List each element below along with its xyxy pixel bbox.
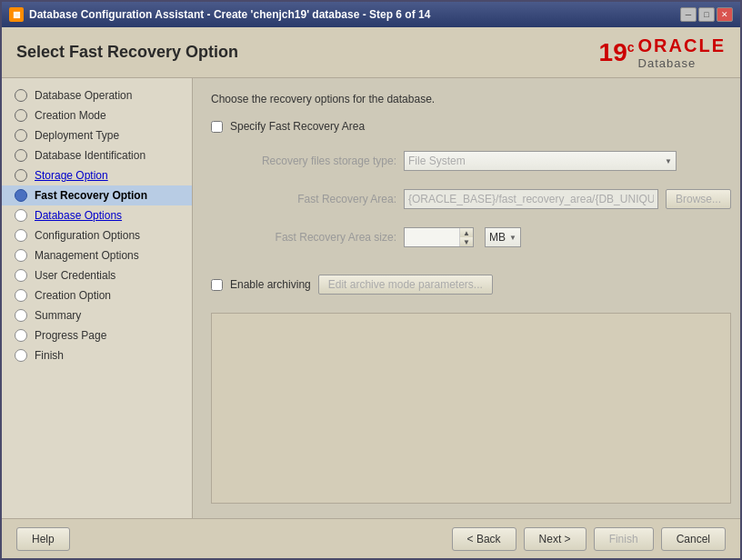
- unit-dropdown[interactable]: MB ▼: [485, 227, 521, 247]
- sidebar-label-database-operation: Database Operation: [35, 89, 132, 102]
- step-indicator-12: [15, 309, 27, 322]
- spinbox-down-button[interactable]: ▼: [460, 237, 473, 246]
- sidebar-item-configuration-options: Configuration Options: [2, 225, 192, 245]
- oracle-logo: 19c ORACLE Database: [599, 35, 726, 70]
- sidebar-label-creation-mode: Creation Mode: [35, 109, 106, 122]
- main-window: ▦ Database Configuration Assistant - Cre…: [0, 0, 742, 560]
- sidebar-item-user-credentials: User Credentials: [2, 265, 192, 285]
- sidebar-label-management-options: Management Options: [35, 249, 139, 262]
- step-indicator-13: [15, 329, 27, 342]
- recovery-files-label: Recovery files storage type:: [233, 155, 396, 167]
- recovery-area-label: Fast Recovery Area:: [233, 193, 396, 205]
- sidebar-item-storage-option[interactable]: Storage Option: [2, 165, 192, 185]
- sidebar-item-database-identification: Database Identification: [2, 145, 192, 165]
- step-indicator-4: [15, 149, 27, 162]
- title-bar: ▦ Database Configuration Assistant - Cre…: [2, 2, 740, 27]
- sidebar-item-database-operation: Database Operation: [2, 85, 192, 105]
- step-indicator-2: [15, 109, 27, 122]
- step-indicator-8: [15, 229, 27, 242]
- sidebar-item-progress-page: Progress Page: [2, 325, 192, 345]
- sidebar-label-finish: Finish: [35, 349, 64, 362]
- sidebar-label-deployment-type: Deployment Type: [35, 129, 119, 142]
- recovery-files-group: Recovery files storage type: File System…: [233, 151, 731, 171]
- sidebar-label-progress-page: Progress Page: [35, 329, 106, 342]
- sidebar-label-storage-option: Storage Option: [35, 169, 108, 182]
- sidebar-item-management-options: Management Options: [2, 245, 192, 265]
- sidebar-item-deployment-type: Deployment Type: [2, 125, 192, 145]
- title-bar-left: ▦ Database Configuration Assistant - Cre…: [9, 7, 430, 22]
- step-indicator-3: [15, 129, 27, 142]
- sidebar-label-database-options: Database Options: [35, 209, 122, 222]
- cancel-button[interactable]: Cancel: [661, 527, 726, 551]
- step-indicator-7: [15, 209, 27, 222]
- sidebar-item-fast-recovery-option: Fast Recovery Option: [2, 185, 192, 205]
- main-content: Database Operation Creation Mode Deploym…: [2, 78, 740, 518]
- maximize-button[interactable]: □: [698, 7, 715, 22]
- sidebar-label-user-credentials: User Credentials: [35, 269, 115, 282]
- window-title: Database Configuration Assistant - Creat…: [29, 8, 430, 21]
- edit-archive-button[interactable]: Edit archive mode parameters...: [318, 275, 493, 295]
- title-bar-controls: ─ □ ✕: [680, 7, 733, 22]
- help-button[interactable]: Help: [16, 527, 70, 551]
- minimize-button[interactable]: ─: [680, 7, 697, 22]
- step-indicator-11: [15, 289, 27, 302]
- spinbox-buttons: ▲ ▼: [459, 228, 473, 246]
- step-indicator-14: [15, 349, 27, 362]
- sidebar-item-creation-mode: Creation Mode: [2, 105, 192, 125]
- step-indicator-5: [15, 169, 27, 182]
- recovery-size-label: Fast Recovery Area size:: [233, 231, 396, 244]
- app-icon: ▦: [9, 7, 24, 22]
- sidebar-label-database-identification: Database Identification: [35, 149, 145, 162]
- recovery-area-input[interactable]: [404, 189, 658, 209]
- content-panel: Choose the recovery options for the data…: [193, 78, 740, 518]
- sidebar: Database Operation Creation Mode Deploym…: [2, 78, 193, 518]
- sidebar-label-creation-option: Creation Option: [35, 289, 111, 302]
- recovery-files-value: File System: [408, 155, 466, 167]
- oracle-db: Database: [638, 56, 697, 70]
- spinbox-up-button[interactable]: ▲: [460, 228, 473, 237]
- header: Select Fast Recovery Option 19c ORACLE D…: [2, 27, 740, 78]
- enable-archiving-label[interactable]: Enable archiving: [230, 278, 311, 291]
- info-area: [211, 313, 731, 504]
- sidebar-item-summary: Summary: [2, 305, 192, 325]
- close-button[interactable]: ✕: [717, 7, 733, 22]
- unit-value: MB: [489, 231, 506, 244]
- step-indicator-6: [15, 189, 27, 202]
- oracle-version: 19c: [599, 38, 635, 67]
- step-indicator-1: [15, 89, 27, 102]
- footer-left: Help: [16, 527, 70, 551]
- sidebar-label-fast-recovery-option: Fast Recovery Option: [35, 189, 147, 202]
- recovery-size-group: Fast Recovery Area size: 12732 ▲ ▼ MB ▼: [233, 227, 731, 247]
- step-indicator-9: [15, 249, 27, 262]
- step-indicator-10: [15, 269, 27, 282]
- content-description: Choose the recovery options for the data…: [211, 93, 731, 105]
- specify-recovery-label[interactable]: Specify Fast Recovery Area: [230, 120, 365, 133]
- enable-archiving-checkbox[interactable]: [211, 279, 223, 291]
- footer: Help < Back Next > Finish Cancel: [2, 518, 740, 558]
- specify-recovery-row: Specify Fast Recovery Area: [211, 120, 731, 133]
- unit-dropdown-arrow-icon: ▼: [509, 234, 516, 242]
- browse-button[interactable]: Browse...: [666, 189, 731, 209]
- sidebar-item-finish: Finish: [2, 345, 192, 365]
- next-button[interactable]: Next >: [524, 527, 587, 551]
- sidebar-item-database-options[interactable]: Database Options: [2, 205, 192, 225]
- page-title: Select Fast Recovery Option: [16, 43, 238, 62]
- oracle-name: ORACLE: [638, 35, 726, 56]
- back-button[interactable]: < Back: [452, 527, 516, 551]
- sidebar-label-summary: Summary: [35, 309, 81, 322]
- recovery-area-group: Fast Recovery Area: Browse...: [233, 189, 731, 209]
- finish-button[interactable]: Finish: [594, 527, 654, 551]
- oracle-text: ORACLE Database: [638, 35, 726, 70]
- dropdown-arrow-icon: ▼: [665, 157, 672, 165]
- archive-row: Enable archiving Edit archive mode param…: [211, 275, 731, 295]
- recovery-size-input[interactable]: 12732: [405, 228, 459, 246]
- sidebar-item-creation-option: Creation Option: [2, 285, 192, 305]
- recovery-files-dropdown[interactable]: File System ▼: [404, 151, 677, 171]
- specify-recovery-checkbox[interactable]: [211, 121, 223, 133]
- sidebar-label-configuration-options: Configuration Options: [35, 229, 140, 242]
- footer-right: < Back Next > Finish Cancel: [452, 527, 726, 551]
- recovery-size-spinbox: 12732 ▲ ▼: [404, 227, 474, 247]
